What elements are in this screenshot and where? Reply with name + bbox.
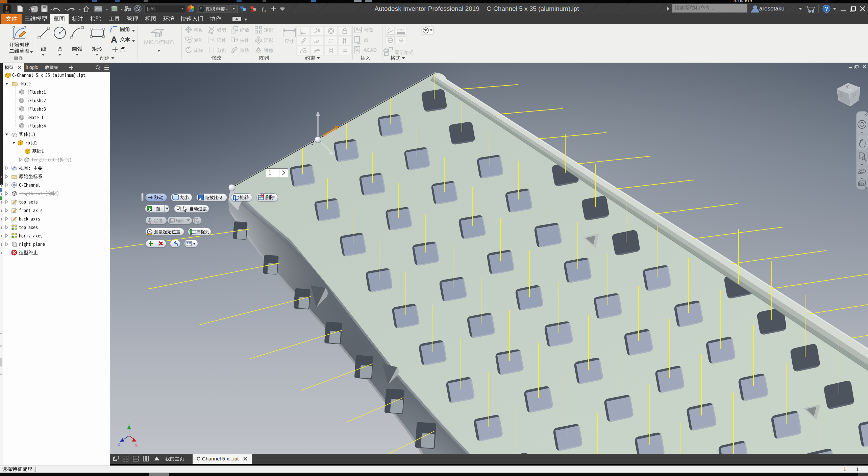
svg-text:PRO: PRO [4,11,9,13]
svg-text:H×H: H×H [397,28,403,31]
svg-text:?: ? [825,6,828,12]
svg-text:A: A [111,34,117,45]
svg-text:Y: Y [128,422,131,427]
svg-text:x: x [264,9,266,13]
svg-text:X: X [134,443,138,448]
svg-text:Z: Z [118,442,120,447]
svg-text:I: I [6,5,8,11]
svg-text:f: f [262,6,264,12]
